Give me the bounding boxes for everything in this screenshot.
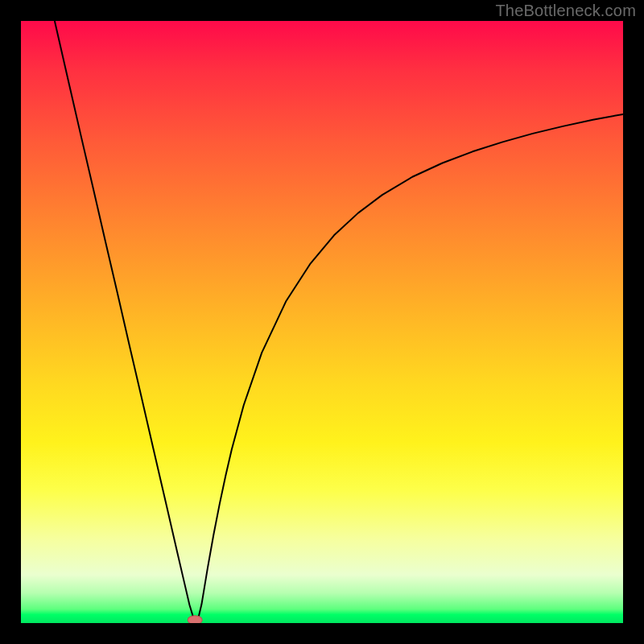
watermark-text: TheBottleneck.com: [495, 2, 636, 20]
bottleneck-curve: [55, 21, 623, 620]
optimal-point-marker: [188, 616, 202, 623]
bottleneck-chart-svg: [21, 21, 623, 623]
chart-container: TheBottleneck.com: [0, 0, 644, 644]
plot-area: [21, 21, 623, 623]
